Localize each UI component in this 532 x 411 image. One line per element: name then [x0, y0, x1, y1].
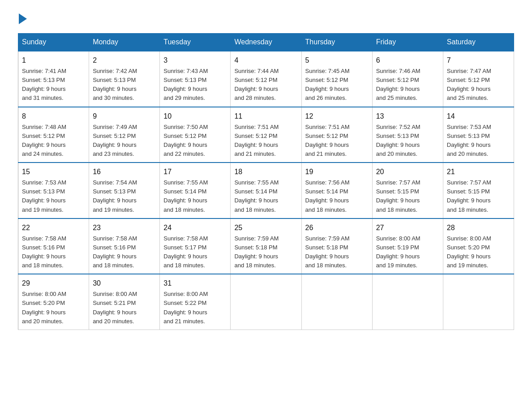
calendar-cell: 11Sunrise: 7:51 AMSunset: 5:12 PMDayligh… — [231, 107, 301, 163]
day-number: 1 — [22, 55, 85, 66]
calendar-cell: 6Sunrise: 7:46 AMSunset: 5:12 PMDaylight… — [372, 51, 443, 107]
day-number: 9 — [93, 111, 156, 122]
calendar-cell: 19Sunrise: 7:56 AMSunset: 5:14 PMDayligh… — [301, 163, 372, 218]
calendar-cell: 2Sunrise: 7:42 AMSunset: 5:13 PMDaylight… — [89, 51, 160, 107]
calendar-week-1: 1Sunrise: 7:41 AMSunset: 5:13 PMDaylight… — [18, 51, 514, 107]
day-number: 16 — [93, 167, 156, 177]
calendar-cell: 15Sunrise: 7:53 AMSunset: 5:13 PMDayligh… — [18, 163, 89, 218]
day-info: Sunrise: 7:45 AMSunset: 5:12 PMDaylight:… — [305, 67, 369, 103]
day-number: 6 — [376, 55, 439, 66]
calendar-cell: 30Sunrise: 8:00 AMSunset: 5:21 PMDayligh… — [89, 274, 160, 330]
header-sunday: Sunday — [18, 34, 89, 51]
day-info: Sunrise: 7:49 AMSunset: 5:12 PMDaylight:… — [93, 123, 156, 159]
day-number: 22 — [22, 223, 85, 233]
header-monday: Monday — [89, 34, 160, 51]
day-info: Sunrise: 8:00 AMSunset: 5:21 PMDaylight:… — [93, 290, 156, 326]
day-info: Sunrise: 7:58 AMSunset: 5:17 PMDaylight:… — [163, 234, 227, 270]
header-thursday: Thursday — [301, 34, 372, 51]
day-info: Sunrise: 7:59 AMSunset: 5:18 PMDaylight:… — [234, 234, 297, 270]
day-number: 18 — [234, 167, 297, 177]
day-number: 11 — [234, 111, 297, 122]
calendar-cell: 27Sunrise: 8:00 AMSunset: 5:19 PMDayligh… — [372, 218, 443, 274]
day-info: Sunrise: 7:57 AMSunset: 5:15 PMDaylight:… — [447, 178, 510, 214]
calendar-cell — [372, 274, 443, 330]
day-info: Sunrise: 7:44 AMSunset: 5:12 PMDaylight:… — [234, 67, 297, 103]
day-number: 4 — [234, 55, 297, 66]
calendar-cell: 10Sunrise: 7:50 AMSunset: 5:12 PMDayligh… — [160, 107, 231, 163]
day-info: Sunrise: 7:50 AMSunset: 5:12 PMDaylight:… — [163, 123, 227, 159]
day-info: Sunrise: 7:53 AMSunset: 5:13 PMDaylight:… — [447, 123, 510, 159]
calendar-cell: 16Sunrise: 7:54 AMSunset: 5:13 PMDayligh… — [89, 163, 160, 218]
calendar-cell: 26Sunrise: 7:59 AMSunset: 5:18 PMDayligh… — [301, 218, 372, 274]
calendar-cell: 12Sunrise: 7:51 AMSunset: 5:12 PMDayligh… — [301, 107, 372, 163]
calendar-cell: 31Sunrise: 8:00 AMSunset: 5:22 PMDayligh… — [160, 274, 231, 330]
day-number: 29 — [22, 278, 85, 289]
calendar-cell — [231, 274, 301, 330]
header-tuesday: Tuesday — [160, 34, 231, 51]
day-number: 10 — [163, 111, 227, 122]
calendar-cell: 8Sunrise: 7:48 AMSunset: 5:12 PMDaylight… — [18, 107, 89, 163]
day-number: 20 — [376, 167, 439, 177]
header — [18, 13, 514, 24]
day-number: 15 — [22, 167, 85, 177]
day-number: 21 — [447, 167, 510, 177]
day-info: Sunrise: 7:43 AMSunset: 5:13 PMDaylight:… — [163, 67, 227, 103]
day-number: 26 — [305, 223, 369, 233]
calendar-header: SundayMondayTuesdayWednesdayThursdayFrid… — [18, 34, 514, 51]
calendar-cell: 21Sunrise: 7:57 AMSunset: 5:15 PMDayligh… — [443, 163, 514, 218]
calendar-cell: 20Sunrise: 7:57 AMSunset: 5:15 PMDayligh… — [372, 163, 443, 218]
day-number: 19 — [305, 167, 369, 177]
calendar-cell: 13Sunrise: 7:52 AMSunset: 5:13 PMDayligh… — [372, 107, 443, 163]
day-number: 13 — [376, 111, 439, 122]
calendar-week-3: 15Sunrise: 7:53 AMSunset: 5:13 PMDayligh… — [18, 163, 514, 218]
calendar-cell: 4Sunrise: 7:44 AMSunset: 5:12 PMDaylight… — [231, 51, 301, 107]
calendar-cell: 1Sunrise: 7:41 AMSunset: 5:13 PMDaylight… — [18, 51, 89, 107]
day-info: Sunrise: 7:58 AMSunset: 5:16 PMDaylight:… — [93, 234, 156, 270]
day-info: Sunrise: 8:00 AMSunset: 5:20 PMDaylight:… — [22, 290, 85, 326]
day-number: 14 — [447, 111, 510, 122]
day-number: 2 — [93, 55, 156, 66]
day-info: Sunrise: 7:47 AMSunset: 5:12 PMDaylight:… — [447, 67, 510, 103]
day-info: Sunrise: 7:46 AMSunset: 5:12 PMDaylight:… — [376, 67, 439, 103]
calendar-cell — [301, 274, 372, 330]
day-info: Sunrise: 8:00 AMSunset: 5:20 PMDaylight:… — [447, 234, 510, 270]
day-number: 23 — [93, 223, 156, 233]
day-info: Sunrise: 7:42 AMSunset: 5:13 PMDaylight:… — [93, 67, 156, 103]
calendar-body: 1Sunrise: 7:41 AMSunset: 5:13 PMDaylight… — [18, 51, 514, 330]
calendar-cell: 22Sunrise: 7:58 AMSunset: 5:16 PMDayligh… — [18, 218, 89, 274]
day-number: 31 — [163, 278, 227, 289]
day-info: Sunrise: 8:00 AMSunset: 5:22 PMDaylight:… — [163, 290, 227, 326]
calendar-cell: 28Sunrise: 8:00 AMSunset: 5:20 PMDayligh… — [443, 218, 514, 274]
calendar-week-4: 22Sunrise: 7:58 AMSunset: 5:16 PMDayligh… — [18, 218, 514, 274]
calendar-table: SundayMondayTuesdayWednesdayThursdayFrid… — [18, 33, 514, 330]
day-number: 7 — [447, 55, 510, 66]
day-number: 12 — [305, 111, 369, 122]
calendar-cell: 14Sunrise: 7:53 AMSunset: 5:13 PMDayligh… — [443, 107, 514, 163]
day-info: Sunrise: 7:55 AMSunset: 5:14 PMDaylight:… — [234, 178, 297, 214]
calendar-week-5: 29Sunrise: 8:00 AMSunset: 5:20 PMDayligh… — [18, 274, 514, 330]
calendar-cell: 23Sunrise: 7:58 AMSunset: 5:16 PMDayligh… — [89, 218, 160, 274]
day-number: 5 — [305, 55, 369, 66]
calendar-cell: 3Sunrise: 7:43 AMSunset: 5:13 PMDaylight… — [160, 51, 231, 107]
calendar-cell: 29Sunrise: 8:00 AMSunset: 5:20 PMDayligh… — [18, 274, 89, 330]
logo-arrow-icon — [19, 13, 27, 24]
calendar-cell — [443, 274, 514, 330]
day-number: 24 — [163, 223, 227, 233]
day-number: 17 — [163, 167, 227, 177]
day-number: 27 — [376, 223, 439, 233]
day-info: Sunrise: 7:48 AMSunset: 5:12 PMDaylight:… — [22, 123, 85, 159]
header-wednesday: Wednesday — [231, 34, 301, 51]
day-number: 30 — [93, 278, 156, 289]
calendar-week-2: 8Sunrise: 7:48 AMSunset: 5:12 PMDaylight… — [18, 107, 514, 163]
day-info: Sunrise: 7:56 AMSunset: 5:14 PMDaylight:… — [305, 178, 369, 214]
day-info: Sunrise: 7:58 AMSunset: 5:16 PMDaylight:… — [22, 234, 85, 270]
calendar-cell: 17Sunrise: 7:55 AMSunset: 5:14 PMDayligh… — [160, 163, 231, 218]
calendar-cell: 5Sunrise: 7:45 AMSunset: 5:12 PMDaylight… — [301, 51, 372, 107]
day-info: Sunrise: 7:59 AMSunset: 5:18 PMDaylight:… — [305, 234, 369, 270]
day-number: 28 — [447, 223, 510, 233]
day-info: Sunrise: 7:55 AMSunset: 5:14 PMDaylight:… — [163, 178, 227, 214]
calendar-cell: 18Sunrise: 7:55 AMSunset: 5:14 PMDayligh… — [231, 163, 301, 218]
day-info: Sunrise: 7:57 AMSunset: 5:15 PMDaylight:… — [376, 178, 439, 214]
day-info: Sunrise: 8:00 AMSunset: 5:19 PMDaylight:… — [376, 234, 439, 270]
calendar-cell: 7Sunrise: 7:47 AMSunset: 5:12 PMDaylight… — [443, 51, 514, 107]
